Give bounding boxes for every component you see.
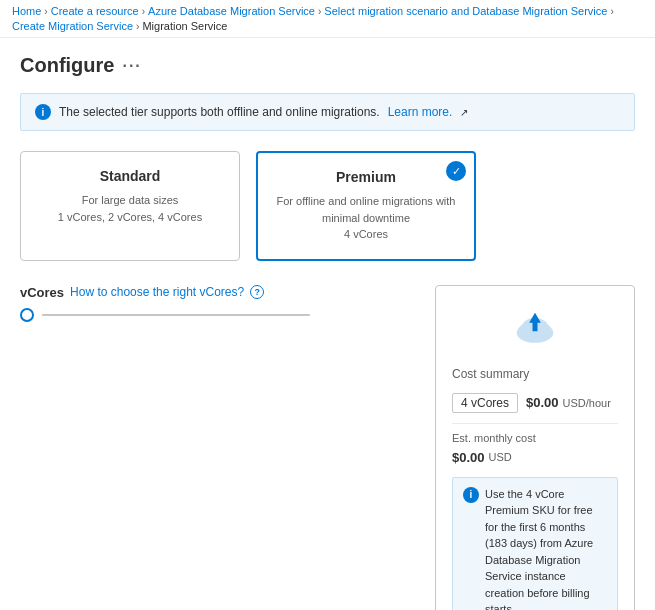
breadcrumb-create-resource[interactable]: Create a resource <box>51 5 139 17</box>
vcores-help-icon[interactable]: ? <box>250 285 264 299</box>
info-icon: i <box>35 104 51 120</box>
cost-summary-label: Cost summary <box>452 367 618 381</box>
breadcrumb-sep-3: › <box>318 6 321 17</box>
tier-standard-desc1: For large data sizes <box>37 192 223 209</box>
info-banner: i The selected tier supports both offlin… <box>20 93 635 131</box>
breadcrumb-sep-5: › <box>136 21 139 32</box>
breadcrumb-migration-service[interactable]: Azure Database Migration Service <box>148 5 315 17</box>
page-title-row: Configure ··· <box>20 54 635 77</box>
vcores-section: vCores How to choose the right vCores? ? <box>20 285 415 322</box>
tier-card-standard[interactable]: Standard For large data sizes 1 vCores, … <box>20 151 240 261</box>
page-title-text: Configure <box>20 54 114 77</box>
breadcrumb-create-migration[interactable]: Create Migration Service <box>12 20 133 32</box>
vcores-cost-layout: vCores How to choose the right vCores? ? <box>20 285 635 611</box>
tier-standard-desc2: 1 vCores, 2 vCores, 4 vCores <box>37 209 223 226</box>
breadcrumb-select-scenario[interactable]: Select migration scenario and Database M… <box>324 5 607 17</box>
vcores-label-row: vCores How to choose the right vCores? ? <box>20 285 415 300</box>
info-banner-learn-more[interactable]: Learn more. <box>388 105 453 119</box>
breadcrumb-sep-2: › <box>142 6 145 17</box>
vcores-help-link[interactable]: How to choose the right vCores? <box>70 285 244 299</box>
slider-thumb[interactable] <box>20 308 34 322</box>
vcores-badge: 4 vCores <box>452 393 518 413</box>
cloud-upload-icon <box>510 302 560 352</box>
info-banner-text: The selected tier supports both offline … <box>59 105 380 119</box>
monthly-label: Est. monthly cost <box>452 432 618 444</box>
hourly-cost-row: 4 vCores $0.00 USD/hour <box>452 393 618 413</box>
monthly-amount: $0.00 <box>452 450 485 465</box>
slider-track <box>42 314 310 316</box>
free-info-icon: i <box>463 487 479 503</box>
tier-standard-name: Standard <box>37 168 223 184</box>
free-info-text: Use the 4 vCore Premium SKU for free for… <box>485 488 593 611</box>
monthly-unit: USD <box>489 451 512 463</box>
tier-premium-desc1: For offline and online migrations with m… <box>274 193 458 226</box>
breadcrumb-sep-4: › <box>610 6 613 17</box>
vcores-slider[interactable] <box>20 308 310 322</box>
breadcrumb-sep-1: › <box>44 6 47 17</box>
free-tier-info: i Use the 4 vCore Premium SKU for free f… <box>452 477 618 611</box>
cost-icon-container <box>452 302 618 355</box>
external-link-icon: ↗ <box>460 107 468 118</box>
tier-cards-container: Standard For large data sizes 1 vCores, … <box>20 151 635 261</box>
vcores-column: vCores How to choose the right vCores? ? <box>20 285 415 342</box>
monthly-cost-row: $0.00 USD <box>452 450 618 465</box>
tier-premium-name: Premium <box>274 169 458 185</box>
cost-divider <box>452 423 618 424</box>
cost-summary-card: Cost summary 4 vCores $0.00 USD/hour Est… <box>435 285 635 611</box>
hourly-amount: $0.00 <box>526 395 559 410</box>
selected-check-icon: ✓ <box>446 161 466 181</box>
breadcrumb-current: Migration Service <box>142 20 227 32</box>
main-content: Configure ··· i The selected tier suppor… <box>0 38 655 610</box>
free-info-text-container: Use the 4 vCore Premium SKU for free for… <box>485 486 607 611</box>
tier-premium-desc2: 4 vCores <box>274 226 458 243</box>
vcores-label-text: vCores <box>20 285 64 300</box>
breadcrumb: Home › Create a resource › Azure Databas… <box>0 0 655 38</box>
breadcrumb-home[interactable]: Home <box>12 5 41 17</box>
page-title-dots: ··· <box>122 57 141 75</box>
tier-card-premium[interactable]: ✓ Premium For offline and online migrati… <box>256 151 476 261</box>
hourly-unit: USD/hour <box>563 397 611 409</box>
